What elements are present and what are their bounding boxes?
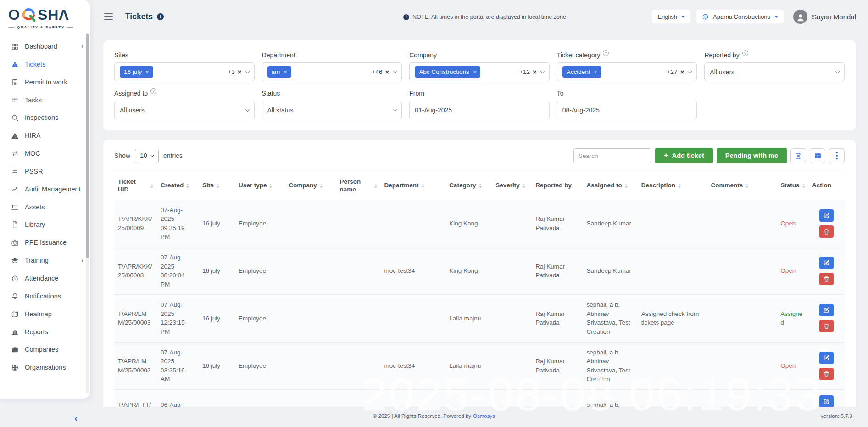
column-header-category[interactable]: Category — [445, 172, 492, 200]
column-header-department[interactable]: Department — [381, 172, 446, 200]
edit-button[interactable] — [819, 352, 834, 364]
help-icon[interactable]: ? — [742, 50, 748, 56]
sidebar-item-ppe-issuance[interactable]: PPE Issuance — [0, 234, 90, 252]
chip-remove-icon[interactable]: × — [594, 69, 598, 75]
add-ticket-button[interactable]: Add ticket — [655, 148, 713, 163]
sort-icon[interactable] — [802, 184, 805, 189]
scrollbar-thumb[interactable] — [86, 34, 89, 258]
ticket-category-multiselect[interactable]: Accident× +27 × — [557, 62, 697, 81]
sort-icon[interactable] — [150, 184, 153, 189]
column-header-comments[interactable]: Comments — [707, 172, 777, 200]
sort-icon[interactable] — [374, 184, 377, 189]
export-save-button[interactable] — [790, 148, 806, 163]
sort-icon[interactable] — [523, 184, 525, 189]
sidebar-item-inspections[interactable]: Inspections — [0, 109, 90, 127]
filter-chip[interactable]: Accident× — [562, 66, 601, 78]
column-header-person-name[interactable]: Person name — [336, 172, 380, 200]
more-count[interactable]: +27 — [667, 68, 678, 75]
filter-chip[interactable]: Abc Constructions× — [415, 66, 480, 78]
filter-chip[interactable]: am× — [267, 66, 291, 78]
sidebar-item-permit-to-work[interactable]: Permit to work — [0, 73, 90, 91]
sort-icon[interactable] — [217, 184, 219, 189]
sidebar-item-hira[interactable]: HIRA — [0, 127, 90, 145]
sidebar-item-reports[interactable]: Reports — [0, 323, 90, 341]
column-header-user-type[interactable]: User type — [235, 172, 285, 200]
help-icon[interactable]: ? — [150, 88, 156, 94]
sort-icon[interactable] — [422, 184, 424, 189]
table-row[interactable]: T/APR/FTT/25/0000 06-Aug-2025 Aparna Emp… — [114, 389, 845, 407]
clear-all-icon[interactable]: × — [238, 68, 242, 76]
company-multiselect[interactable]: Abc Constructions× +12 × — [409, 62, 550, 81]
chip-remove-icon[interactable]: × — [284, 69, 287, 75]
organisation-dropdown[interactable]: Aparna Constructions — [696, 10, 784, 23]
chevron-left-icon[interactable]: ‹ — [81, 255, 83, 264]
search-input[interactable] — [573, 148, 651, 163]
column-header-created[interactable]: Created — [157, 172, 199, 200]
more-count[interactable]: +46 — [372, 68, 383, 75]
sidebar-item-tasks[interactable]: Tasks — [0, 91, 90, 109]
sort-icon[interactable] — [479, 184, 482, 189]
delete-button[interactable] — [819, 225, 834, 238]
table-row[interactable]: T/APR/KKK/25/00009 07-Aug-2025 09:35:19 … — [114, 200, 845, 247]
edit-button[interactable] — [819, 257, 834, 269]
table-row[interactable]: T/APR/KKK/25/00008 07-Aug-2025 08:20:04 … — [114, 247, 845, 295]
sidebar-item-training[interactable]: Training ‹ — [0, 252, 90, 270]
assigned-to-select[interactable]: All users — [114, 101, 255, 119]
sort-icon[interactable] — [625, 184, 628, 189]
user-menu[interactable]: Sayan Mondal — [793, 10, 856, 24]
to-date-input[interactable]: 08-Aug-2025 — [557, 101, 697, 119]
sidebar-item-library[interactable]: Library — [0, 216, 90, 234]
sidebar-item-assets[interactable]: Assets — [0, 198, 90, 216]
column-header-reported-by[interactable]: Reported by — [532, 172, 583, 200]
sort-icon[interactable] — [746, 184, 748, 189]
column-header-severity[interactable]: Severity — [492, 172, 532, 200]
column-settings-button[interactable] — [810, 148, 825, 163]
more-count[interactable]: +12 — [519, 68, 530, 75]
sidebar-item-dashboard[interactable]: Dashboard ‹ — [0, 38, 90, 56]
sidebar-item-audit-management[interactable]: Audit Management — [0, 180, 90, 198]
sidebar-item-pssr[interactable]: PSSR — [0, 163, 90, 180]
chevron-left-icon[interactable]: ‹ — [81, 41, 83, 51]
sidebar-scrollbar[interactable] — [86, 33, 89, 394]
column-header-description[interactable]: Description — [638, 172, 707, 200]
hamburger-menu-icon[interactable] — [104, 13, 113, 20]
sort-icon[interactable] — [678, 184, 681, 189]
clear-all-icon[interactable]: × — [533, 68, 537, 76]
sort-icon[interactable] — [186, 184, 189, 189]
more-count[interactable]: +3 — [228, 68, 234, 75]
column-header-assigned-to[interactable]: Assigned to — [583, 172, 637, 200]
column-header-site[interactable]: Site — [199, 172, 235, 200]
language-dropdown[interactable]: English — [652, 10, 690, 23]
info-icon[interactable]: i — [157, 13, 164, 20]
department-multiselect[interactable]: am× +46 × — [262, 62, 402, 81]
table-row[interactable]: T/APR/LMM/25/00003 07-Aug-2025 12:23:15 … — [114, 295, 845, 342]
clear-all-icon[interactable]: × — [680, 68, 684, 76]
sort-icon[interactable] — [320, 184, 323, 189]
page-size-select[interactable]: 10 — [135, 149, 159, 163]
more-options-button[interactable] — [829, 148, 845, 163]
table-row[interactable]: T/APR/LMM/25/00002 07-Aug-2025 03:25:16 … — [114, 342, 845, 389]
chip-remove-icon[interactable]: × — [473, 69, 477, 75]
sidebar-item-organisations[interactable]: Organisations — [0, 359, 90, 376]
sidebar-item-moc[interactable]: MOC — [0, 145, 90, 163]
sidebar-item-heatmap[interactable]: Heatmap — [0, 305, 90, 323]
reported-by-select[interactable]: All users — [704, 62, 845, 81]
status-select[interactable]: All status — [262, 101, 402, 119]
from-date-input[interactable]: 01-Aug-2025 — [409, 101, 550, 119]
delete-button[interactable] — [819, 368, 834, 380]
sidebar-item-companies[interactable]: Companies — [0, 341, 90, 359]
column-header-company[interactable]: Company — [285, 172, 336, 200]
sites-multiselect[interactable]: 16 july× +3 × — [114, 62, 255, 81]
clear-all-icon[interactable]: × — [385, 68, 389, 76]
column-header-ticket-uid[interactable]: Ticket UID — [114, 172, 157, 200]
column-header-status[interactable]: Status — [777, 172, 808, 200]
sort-icon[interactable] — [269, 184, 272, 189]
edit-button[interactable] — [819, 209, 834, 222]
edit-button[interactable] — [819, 304, 834, 316]
osmosys-link[interactable]: Osmosys — [473, 413, 495, 419]
sidebar-item-attendance[interactable]: Attendance — [0, 270, 90, 287]
chip-remove-icon[interactable]: × — [145, 69, 149, 75]
pending-with-me-button[interactable]: Pending with me — [717, 148, 787, 163]
delete-button[interactable] — [819, 320, 834, 332]
sidebar-item-notifications[interactable]: Notifications — [0, 287, 90, 305]
